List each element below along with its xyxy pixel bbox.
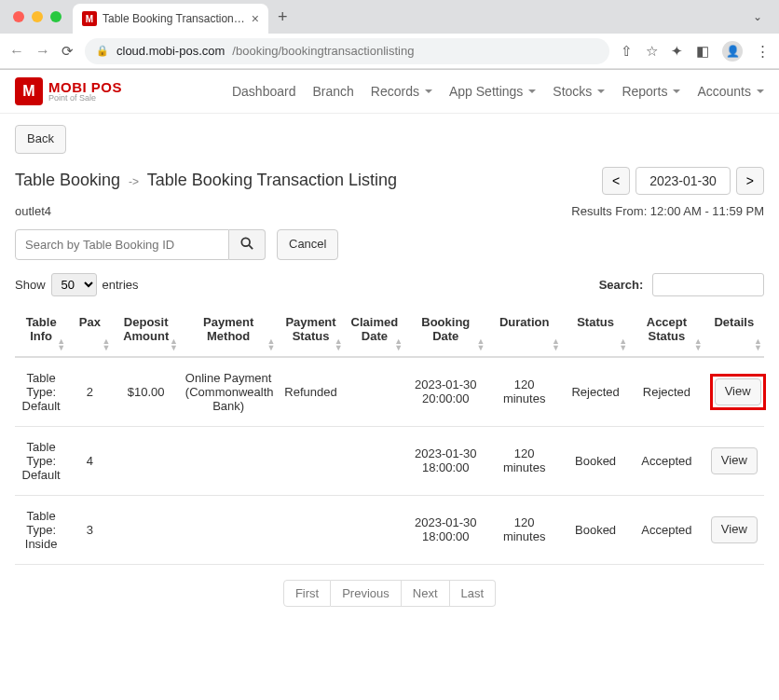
results-range: Results From: 12:00 AM - 11:59 PM: [571, 204, 764, 218]
page-next[interactable]: Next: [402, 580, 450, 607]
search-group: [15, 229, 266, 260]
column-claimed-date[interactable]: ClaimedDate▲▼: [345, 306, 404, 357]
cell-status: Booked: [562, 495, 629, 564]
view-button[interactable]: View: [711, 516, 758, 543]
tab-title: Table Booking Transaction Listi: [102, 12, 246, 25]
sort-icon: ▲▼: [477, 338, 485, 350]
table-row: TableType:Inside32023-01-3018:00:00120 m…: [15, 495, 764, 564]
nav-item-accounts[interactable]: Accounts: [697, 84, 764, 99]
cell-payment-status: [277, 426, 344, 495]
logo-mark-icon: M: [15, 77, 43, 105]
minimize-window-icon[interactable]: [32, 11, 43, 22]
transactions-table: TableInfo▲▼Pax▲▼DepositAmount▲▼PaymentMe…: [15, 306, 764, 565]
date-next-button[interactable]: >: [736, 167, 764, 195]
column-booking-date[interactable]: BookingDate▲▼: [404, 306, 486, 357]
browser-toolbar-right: ⇧ ☆ ✦ ◧ 👤 ⋮: [621, 41, 770, 62]
nav-item-records[interactable]: Records: [371, 84, 432, 99]
page-last[interactable]: Last: [450, 580, 497, 607]
cell-details: View: [704, 426, 764, 495]
booking-search-input[interactable]: [15, 229, 229, 260]
column-payment-status[interactable]: PaymentStatus▲▼: [277, 306, 344, 357]
view-button[interactable]: View: [715, 378, 761, 405]
sort-icon: ▲▼: [552, 338, 560, 350]
svg-point-0: [241, 238, 250, 246]
tabs-menu-icon[interactable]: ⌄: [753, 10, 762, 23]
new-tab-button[interactable]: +: [278, 7, 288, 27]
cancel-button[interactable]: Cancel: [277, 229, 338, 260]
cell-pax: 3: [67, 495, 112, 564]
cell-payment-status: Refunded: [277, 357, 344, 427]
app-header: M MOBI POS Point of Sale DashboardBranch…: [0, 70, 779, 114]
show-label: Show: [15, 278, 46, 292]
cell-details: View: [704, 357, 764, 427]
cell-details: View: [704, 495, 764, 564]
close-window-icon[interactable]: [13, 11, 24, 22]
cell-duration: 120 minutes: [486, 357, 561, 427]
forward-icon: →: [35, 43, 50, 60]
table-header-row: TableInfo▲▼Pax▲▼DepositAmount▲▼PaymentMe…: [15, 306, 764, 357]
nav-item-stocks[interactable]: Stocks: [553, 84, 605, 99]
date-display[interactable]: 2023-01-30: [636, 167, 731, 195]
sort-icon: ▲▼: [619, 338, 627, 350]
page-content: Back Table Booking -> Table Booking Tran…: [0, 114, 779, 618]
page-previous[interactable]: Previous: [331, 580, 402, 607]
cell-table-info: TableType:Default: [15, 426, 67, 495]
logo[interactable]: M MOBI POS Point of Sale: [15, 77, 122, 105]
favicon-icon: M: [82, 11, 97, 26]
view-button[interactable]: View: [711, 447, 758, 474]
cell-accept-status: Accepted: [629, 426, 704, 495]
cell-duration: 120 minutes: [486, 426, 561, 495]
browser-chrome: M Table Booking Transaction Listi × + ⌄ …: [0, 0, 779, 70]
highlighted-view: View: [710, 374, 766, 410]
cell-payment-method: Online Payment (Commonwealth Bank): [180, 357, 278, 427]
back-button[interactable]: Back: [15, 125, 66, 154]
cell-pax: 4: [67, 426, 112, 495]
date-prev-button[interactable]: <: [602, 167, 630, 195]
column-pax[interactable]: Pax▲▼: [67, 306, 112, 357]
breadcrumb-arrow-icon: ->: [129, 175, 139, 188]
cell-claimed: [345, 426, 404, 495]
lock-icon: 🔒: [96, 45, 109, 57]
column-deposit-amount[interactable]: DepositAmount▲▼: [113, 306, 180, 357]
table-search-input[interactable]: [652, 273, 764, 296]
extensions-icon[interactable]: ✦: [671, 43, 683, 60]
pagination: FirstPreviousNextLast: [15, 580, 764, 607]
tab-bar: M Table Booking Transaction Listi × + ⌄: [0, 0, 779, 34]
profile-icon[interactable]: 👤: [722, 41, 743, 62]
search-button[interactable]: [229, 229, 266, 260]
url-path: /booking/bookingtransactionlisting: [232, 44, 414, 58]
column-status[interactable]: Status▲▼: [562, 306, 629, 357]
cell-deposit: [113, 426, 180, 495]
cell-booking-date: 2023-01-3020:00:00: [404, 357, 486, 427]
entries-label: entries: [102, 278, 139, 292]
share-icon[interactable]: ⇧: [621, 43, 633, 60]
sort-icon: ▲▼: [266, 338, 275, 350]
panel-icon[interactable]: ◧: [696, 43, 709, 60]
nav-item-branch[interactable]: Branch: [312, 84, 353, 99]
sort-icon: ▲▼: [102, 338, 111, 350]
bookmark-icon[interactable]: ☆: [646, 43, 658, 60]
cell-payment-method: [180, 495, 278, 564]
page-first[interactable]: First: [283, 580, 331, 607]
nav-item-app-settings[interactable]: App Settings: [449, 84, 536, 99]
nav-item-dashboard[interactable]: Dashboard: [232, 84, 296, 99]
column-payment-method[interactable]: PaymentMethod▲▼: [180, 306, 278, 357]
address-bar[interactable]: 🔒 cloud.mobi-pos.com/booking/bookingtran…: [85, 38, 609, 64]
tab-close-icon[interactable]: ×: [252, 11, 259, 26]
entries-selector: Show 50 entries: [15, 273, 139, 296]
back-icon[interactable]: ←: [9, 43, 24, 60]
column-accept-status[interactable]: AcceptStatus▲▼: [629, 306, 704, 357]
breadcrumb-root[interactable]: Table Booking: [15, 171, 120, 189]
browser-tab[interactable]: M Table Booking Transaction Listi ×: [73, 4, 268, 34]
maximize-window-icon[interactable]: [50, 11, 62, 22]
nav-item-reports[interactable]: Reports: [622, 84, 680, 99]
column-table-info[interactable]: TableInfo▲▼: [15, 306, 67, 357]
entries-select[interactable]: 50: [51, 273, 97, 296]
cell-accept-status: Rejected: [629, 357, 704, 427]
reload-icon[interactable]: ⟳: [62, 43, 74, 60]
column-details[interactable]: Details▲▼: [704, 306, 764, 357]
column-duration[interactable]: Duration▲▼: [486, 306, 561, 357]
cell-accept-status: Accepted: [629, 495, 704, 564]
menu-icon[interactable]: ⋮: [756, 43, 770, 60]
window-controls: [13, 11, 62, 22]
